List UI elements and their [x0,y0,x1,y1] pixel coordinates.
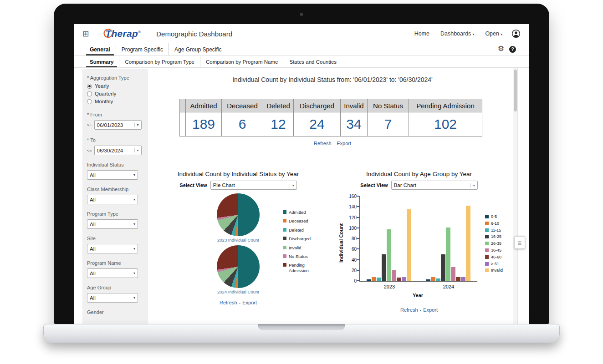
to-label: * To [87,137,143,143]
col-header-no-status: No Status [367,99,409,112]
tab-age-group-specific[interactable]: Age Group Specific [169,43,227,56]
table-stub-cell [179,99,186,112]
gear-icon[interactable]: ⚙ [498,45,504,52]
caret-down-icon: ▾ [290,183,294,187]
col-value-deleted: 12 [263,112,294,136]
bar-26-35-2023 [387,229,391,281]
legend-swatch [283,237,286,240]
radio-yearly[interactable]: Yearly [87,83,143,89]
radio-quarterly[interactable]: Quarterly [87,91,143,96]
y-tick-label: 100 [344,226,357,231]
legend-swatch [283,228,286,232]
legend-item-61: > 61 [485,262,510,267]
caret-down-icon: ▾ [131,247,135,251]
legend-item-26-35: 26-35 [485,241,510,246]
legend-label: 0-5 [491,214,497,219]
legend-label: Admitted [289,210,306,215]
col-value-invalid: 34 [340,112,368,136]
y-tick-mark [357,280,359,281]
caret-down-icon: ▾ [134,123,139,127]
legend-item-discharged: Discharged [283,236,322,241]
summary-refresh-link[interactable]: Refresh [314,141,332,146]
legend-item-deceased: Deceased [283,218,322,223]
subtab-comparison-by-program-type[interactable]: Comparison by Program Type [119,56,200,67]
y-tick-mark [357,248,359,249]
summary-export-link[interactable]: Export [337,141,351,146]
y-tick-label: 120 [344,215,357,220]
legend-swatch [283,210,286,214]
legend-swatch [485,242,489,245]
nav-item-open[interactable]: Open▾ [485,30,502,37]
legend-label: Deleted [289,228,304,233]
col-value-deceased: 6 [221,112,263,136]
tab-general[interactable]: General [84,43,116,56]
caret-down-icon: ▾ [501,32,502,36]
radio-monthly[interactable]: Monthly [87,99,143,104]
bar-view-select[interactable]: Bar Chart▾ [391,181,478,190]
to-date-input[interactable]: 06/30/2024▾ [94,146,142,155]
bar-refresh-link[interactable]: Refresh [400,307,418,313]
radio-icon [87,91,92,96]
scrollbar-thumb[interactable] [514,70,517,111]
bar-6-10-2023 [372,277,376,281]
legend-swatch [485,222,489,225]
bar-61-2023 [402,277,406,281]
filter-select-site[interactable]: All▾ [87,244,138,253]
pie-refresh-link[interactable]: Refresh [220,300,237,305]
vertical-scrollbar[interactable] [513,68,518,326]
filter-label-program-type: Program Type [87,211,143,217]
nav-item-home[interactable]: Home [414,30,429,37]
radio-label: Yearly [95,83,109,89]
chart-menu-button[interactable]: ≡ [514,236,525,249]
bar-export-link[interactable]: Export [423,307,438,313]
filter-select-class-membership[interactable]: All▾ [87,195,138,204]
from-operator: >= [87,123,92,127]
link-separator: - [333,141,335,146]
filter-select-individual-status[interactable]: All▾ [87,170,138,180]
laptop-base [43,324,560,343]
x-tick-2023: 2023 [378,284,401,289]
table-header-row: AdmittedDeceasedDeletedDischargedInvalid… [179,99,485,112]
help-icon[interactable]: ? [509,46,516,53]
col-header-invalid: Invalid [340,99,368,112]
selected-view: Bar Chart [394,182,416,188]
pie-view-select[interactable]: Pie Chart▾ [210,181,297,190]
profile-icon[interactable] [511,29,521,38]
selected-value: All [90,246,96,252]
y-tick-mark [357,238,359,239]
laptop-notch [258,324,345,330]
from-date-input[interactable]: 06/01/2023▾ [94,120,142,130]
bar-11-15-2024 [436,278,440,281]
nav-item-dashboards[interactable]: Dashboards▾ [440,30,474,37]
to-operator: <= [87,148,92,153]
legend-label: Invalid [491,268,503,273]
col-value-admitted: 189 [185,112,222,136]
caret-down-icon: ▾ [131,271,135,275]
filter-select-program-type[interactable]: All▾ [87,219,138,229]
legend-item-46-60: 46-60 [485,255,510,260]
filter-select-program-name[interactable]: All▾ [87,268,138,278]
apps-grid-icon[interactable]: ⊞ [82,30,89,38]
subtab-states-and-counties[interactable]: States and Counties [284,56,342,67]
legend-label: Invalid [289,245,301,250]
subtab-summary[interactable]: Summary [84,56,119,67]
legend-label: 46-60 [491,255,501,260]
filter-label-program-name: Program Name [87,260,143,266]
top-nav: HomeDashboards▾Open▾ [414,30,502,37]
legend-swatch [485,228,489,232]
col-header-deleted: Deleted [263,99,294,112]
filter-select-age-group[interactable]: All▾ [87,293,138,303]
legend-swatch [283,254,286,258]
y-tick-mark [357,217,359,218]
therap-logo[interactable]: Therap® [105,28,141,39]
secondary-tabs: SummaryComparison by Program TypeCompari… [74,56,529,68]
legend-swatch [283,219,286,222]
filter-label-class-membership: Class Membership [87,187,143,192]
summary-title: Individual Count by Individual Status fr… [152,76,513,83]
pie-view-row: Select ViewPie Chart▾ [152,181,325,190]
pie-export-link[interactable]: Export [242,300,257,305]
tab-program-specific[interactable]: Program Specific [116,43,169,56]
selected-value: All [90,271,96,276]
subtab-comparison-by-program-name[interactable]: Comparison by Program Name [200,56,284,67]
radio-label: Monthly [95,99,113,104]
